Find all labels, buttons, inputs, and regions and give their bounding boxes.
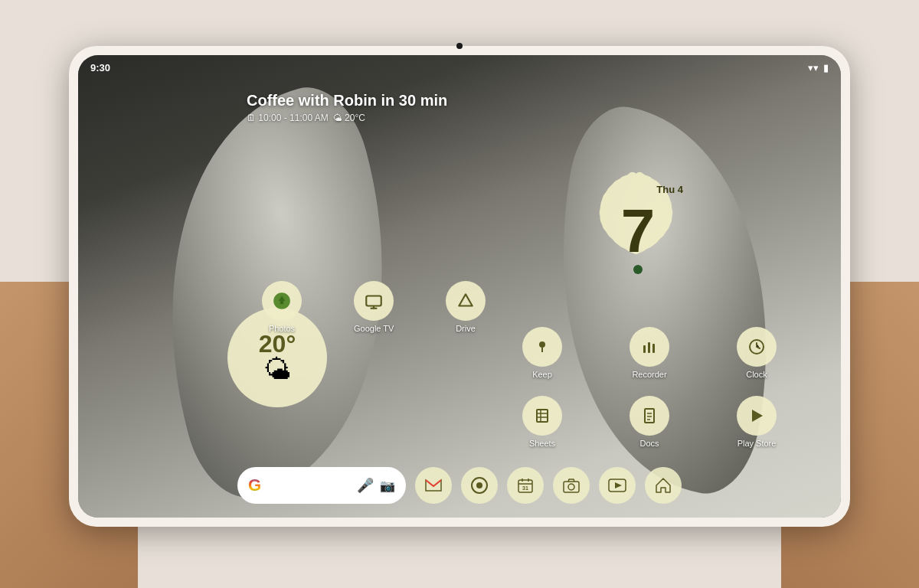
svg-rect-12 <box>652 344 655 353</box>
drive-circle[interactable] <box>446 281 486 321</box>
wifi-icon: ▾▾ <box>808 62 819 74</box>
sheets-label: Sheets <box>529 439 555 448</box>
dock: G 🎤 📷 <box>237 467 682 504</box>
clock-widget-large[interactable]: Thu 4 7 <box>581 176 695 291</box>
clock-day: Thu 4 <box>656 184 683 195</box>
search-bar[interactable]: G 🎤 📷 <box>237 467 406 504</box>
scene: 9:30 ▾▾ ▮ Coffee with Robin in 30 min 🗓 … <box>0 0 919 588</box>
play-store-label: Play Store <box>737 439 777 448</box>
photos-circle[interactable] <box>262 281 302 321</box>
dock-gmail[interactable] <box>415 467 452 504</box>
svg-rect-11 <box>648 342 650 353</box>
clock-dot <box>633 265 643 274</box>
app-icon-google-tv[interactable]: Google TV <box>354 281 394 333</box>
status-time: 9:30 <box>90 62 110 74</box>
clock-hour: 7 <box>621 201 656 262</box>
dock-camera[interactable] <box>553 467 590 504</box>
sheets-circle[interactable] <box>522 396 562 436</box>
calendar-time: 🗓 10:00 - 11:00 AM <box>247 113 329 123</box>
svg-marker-3 <box>459 294 472 305</box>
calendar-weather: 🌤 20°C <box>333 113 365 123</box>
status-bar: 9:30 ▾▾ ▮ <box>78 55 841 80</box>
screen: 9:30 ▾▾ ▮ Coffee with Robin in 30 min 🗓 … <box>78 55 841 518</box>
keep-label: Keep <box>532 370 552 379</box>
weather-icon: 🌤 <box>263 356 291 384</box>
svg-rect-0 <box>366 296 381 306</box>
svg-marker-18 <box>752 410 763 422</box>
app-icon-keep[interactable]: Keep <box>522 327 562 379</box>
app-icon-docs[interactable]: Docs <box>630 396 669 448</box>
calendar-event-title: Coffee with Robin in 30 min <box>247 92 447 109</box>
drive-label: Drive <box>456 324 476 333</box>
clock-circle[interactable] <box>737 327 777 367</box>
google-tv-circle[interactable] <box>354 281 394 321</box>
calendar-widget[interactable]: Coffee with Robin in 30 min 🗓 10:00 - 11… <box>247 92 447 123</box>
dock-calendar[interactable]: 31 <box>507 467 544 504</box>
dock-home[interactable] <box>645 467 682 504</box>
front-camera <box>456 43 463 49</box>
status-icons: ▾▾ ▮ <box>808 62 829 74</box>
dock-chrome[interactable] <box>461 467 498 504</box>
app-icon-sheets[interactable]: Sheets <box>522 396 562 448</box>
google-g-icon: G <box>248 475 261 495</box>
keep-circle[interactable] <box>522 327 562 367</box>
weather-temperature: 20° <box>259 332 296 356</box>
app-icon-drive[interactable]: Drive <box>446 281 486 333</box>
recorder-label: Recorder <box>632 370 666 379</box>
play-store-circle[interactable] <box>737 396 777 436</box>
clock-label: Clock <box>746 370 767 379</box>
svg-point-4 <box>539 341 545 348</box>
svg-marker-29 <box>615 482 622 488</box>
app-icon-play-store[interactable]: Play Store <box>737 396 777 448</box>
app-icon-photos[interactable]: Photos <box>262 281 302 333</box>
svg-point-27 <box>568 484 574 490</box>
app-icon-recorder[interactable]: Recorder <box>630 327 669 379</box>
recorder-circle[interactable] <box>630 327 669 367</box>
lens-icon[interactable]: 📷 <box>380 479 395 493</box>
docs-circle[interactable] <box>630 396 669 436</box>
tablet: 9:30 ▾▾ ▮ Coffee with Robin in 30 min 🗓 … <box>69 46 850 527</box>
svg-point-20 <box>476 482 482 488</box>
calendar-event-detail: 🗓 10:00 - 11:00 AM 🌤 20°C <box>247 113 447 123</box>
svg-rect-10 <box>643 345 646 353</box>
battery-icon: ▮ <box>823 62 829 74</box>
svg-rect-13 <box>645 409 654 423</box>
dock-youtube[interactable] <box>599 467 636 504</box>
docs-label: Docs <box>639 439 659 448</box>
google-tv-label: Google TV <box>354 324 394 333</box>
svg-text:31: 31 <box>522 485 528 491</box>
mic-icon[interactable]: 🎤 <box>357 477 374 494</box>
svg-rect-26 <box>564 482 579 492</box>
app-icon-clock[interactable]: Clock <box>737 327 777 379</box>
photos-label: Photos <box>269 324 295 333</box>
svg-rect-6 <box>537 410 548 422</box>
